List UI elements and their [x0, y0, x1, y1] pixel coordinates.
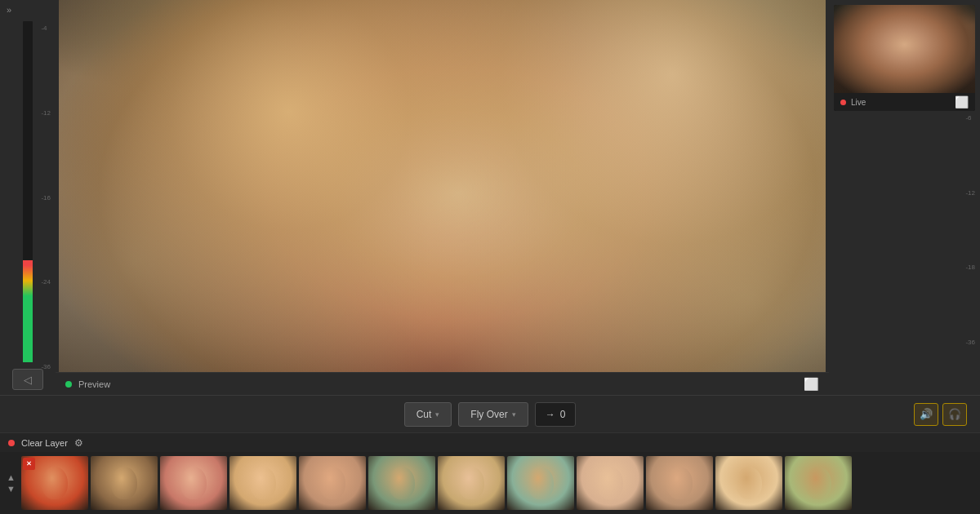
filmstrip: ▲ ▼ ✕: [0, 452, 980, 514]
preview-status-bar: Preview ⬜: [56, 372, 829, 395]
audio-control-buttons: 🔊 🎧: [914, 403, 967, 426]
cut-label: Cut: [416, 409, 432, 420]
left-vu-panel: » -4 -12 -16 -24 -36 ◁: [0, 0, 56, 395]
live-monitor-button[interactable]: ⬜: [955, 95, 969, 109]
expand-icon[interactable]: »: [7, 5, 11, 15]
filmstrip-thumbnail-12[interactable]: [785, 456, 852, 510]
filmstrip-thumbnail-2[interactable]: [91, 456, 158, 510]
thumb-face-shape-5: [319, 467, 345, 499]
vu-label-5: -36: [41, 363, 51, 370]
right-vu-label-1: -6: [965, 114, 975, 122]
vu-scale-left: -4 -12 -16 -24 -36: [41, 24, 51, 370]
cut-dropdown-arrow: ▾: [435, 410, 439, 419]
filmstrip-thumbnail-7[interactable]: [438, 456, 505, 510]
preview-status-label: Preview: [78, 379, 110, 389]
thumb-face-shape-7: [458, 467, 484, 499]
vu-bar-left: [23, 21, 33, 362]
layer-name-label: Clear Layer: [21, 438, 68, 448]
thumb-face-shape-4: [250, 467, 276, 499]
thumb-face-3: [160, 456, 227, 510]
vu-fill-left: [23, 260, 33, 362]
thumb-face-shape-8: [528, 467, 554, 499]
right-vu-label-3: -18: [965, 264, 975, 271]
live-box: Live ⬜: [834, 5, 975, 111]
filmstrip-down-arrow[interactable]: ▼: [7, 484, 16, 494]
thumb-face-8: [507, 456, 574, 510]
filmstrip-thumbnail-10[interactable]: [646, 456, 713, 510]
right-panel: Live ⬜ -6 -12 -18 -36: [829, 0, 980, 395]
thumb-face-9: [577, 456, 644, 510]
filmstrip-thumbnail-9[interactable]: [577, 456, 644, 510]
flyover-label: Fly Over: [470, 409, 507, 420]
counter-value: 0: [560, 409, 566, 420]
filmstrip-thumbnail-8[interactable]: [507, 456, 574, 510]
filmstrip-thumbnail-3[interactable]: [160, 456, 227, 510]
filmstrip-thumbnail-11[interactable]: [715, 456, 782, 510]
vu-label-1: -4: [41, 24, 51, 32]
speaker-audio-button[interactable]: 🔊: [914, 403, 938, 426]
layer-settings-icon[interactable]: ⚙: [74, 437, 83, 449]
thumb-face-7: [438, 456, 505, 510]
thumb-face-shape-11: [736, 467, 762, 499]
thumb-face-shape-6: [389, 467, 415, 499]
cut-button[interactable]: Cut ▾: [404, 402, 452, 427]
vu-label-4: -24: [41, 278, 51, 286]
flyover-dropdown-arrow: ▾: [512, 410, 516, 419]
center-panel: Preview ⬜: [56, 0, 829, 395]
filmstrip-thumbnail-1[interactable]: ✕: [21, 456, 88, 510]
thumb-face-shape-2: [111, 467, 137, 499]
live-status-bar: Live ⬜: [834, 93, 975, 111]
counter-display: → 0: [535, 402, 577, 427]
thumb-face-2: [91, 456, 158, 510]
filmstrip-up-arrow[interactable]: ▲: [7, 472, 16, 482]
vu-label-2: -12: [41, 109, 51, 117]
live-status-label: Live: [851, 98, 866, 107]
thumb-face-11: [715, 456, 782, 510]
thumb-face-5: [299, 456, 366, 510]
live-preview-image: [834, 5, 975, 93]
preview-viewport: [59, 0, 826, 372]
forward-icon: →: [546, 409, 555, 420]
layer-bar: Clear Layer ⚙: [0, 432, 980, 452]
thumb-face-10: [646, 456, 713, 510]
right-vu-label-2: -12: [965, 189, 975, 197]
thumbnails-container: ✕: [21, 456, 852, 510]
preview-photo: [59, 0, 826, 372]
headphone-icon: 🎧: [948, 408, 961, 420]
live-status-dot: [840, 100, 846, 105]
filmstrip-thumbnail-5[interactable]: [299, 456, 366, 510]
content-row: » -4 -12 -16 -24 -36 ◁ Preview: [0, 0, 980, 395]
headphone-audio-button[interactable]: 🎧: [942, 403, 967, 426]
thumb-face-6: [368, 456, 435, 510]
preview-monitor-button[interactable]: ⬜: [804, 377, 819, 392]
thumb-face-shape-12: [805, 467, 831, 499]
speaker-button[interactable]: ◁: [12, 369, 43, 390]
right-vu-scale: -6 -12 -18 -36: [965, 114, 975, 346]
speaker-audio-icon: 🔊: [920, 408, 933, 420]
right-vu-label-4: -36: [965, 339, 975, 346]
filmstrip-thumbnail-6[interactable]: [368, 456, 435, 510]
thumb-delete-badge-1[interactable]: ✕: [23, 458, 35, 470]
filmstrip-controls: ▲ ▼: [7, 472, 16, 494]
thumb-face-shape-9: [597, 467, 623, 499]
thumb-face-shape-3: [180, 467, 207, 499]
thumb-face-shape-1: [42, 467, 68, 499]
thumb-face-12: [785, 456, 852, 510]
layer-dot: [8, 440, 15, 446]
speaker-icon: ◁: [24, 374, 32, 386]
preview-status-dot: [65, 381, 72, 388]
vu-label-3: -16: [41, 194, 51, 202]
app-root: » -4 -12 -16 -24 -36 ◁ Preview: [0, 0, 980, 514]
flyover-button[interactable]: Fly Over ▾: [458, 402, 528, 427]
transport-bar: Cut ▾ Fly Over ▾ → 0 🔊 🎧: [0, 395, 980, 432]
thumb-face-shape-10: [666, 467, 693, 499]
thumb-face-4: [229, 456, 296, 510]
filmstrip-thumbnail-4[interactable]: [229, 456, 296, 510]
